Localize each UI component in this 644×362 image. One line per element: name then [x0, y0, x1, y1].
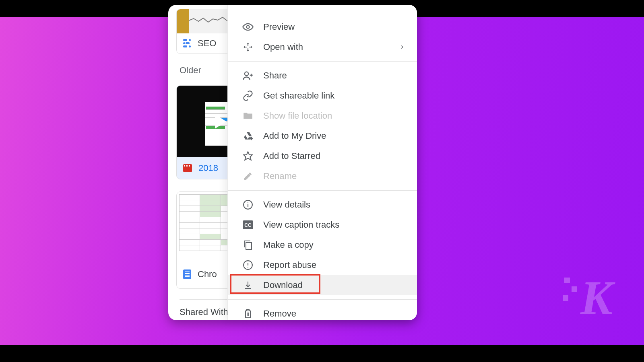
- movie-icon: [183, 164, 192, 172]
- star-icon: [242, 150, 254, 162]
- letterbox-bottom: [0, 345, 644, 362]
- svg-rect-5: [251, 137, 252, 140]
- person-add-icon: [242, 70, 254, 81]
- alert-icon: [242, 259, 254, 271]
- datastudio-icon: [183, 39, 192, 48]
- menu-label: Get shareable link: [263, 90, 334, 101]
- menu-caption-tracks[interactable]: CC View caption tracks: [228, 215, 417, 235]
- info-icon: [242, 199, 254, 210]
- svg-marker-6: [244, 152, 252, 160]
- eye-icon: [242, 21, 254, 33]
- menu-label: Download: [263, 280, 303, 290]
- menu-label: View details: [263, 200, 310, 210]
- open-with-icon: [242, 41, 254, 53]
- menu-label: Remove: [263, 309, 296, 319]
- pencil-icon: [242, 171, 254, 182]
- play-icon: [215, 114, 226, 129]
- menu-label: Rename: [263, 171, 297, 181]
- cc-icon: CC: [242, 219, 254, 230]
- menu-view-details[interactable]: View details: [228, 195, 417, 215]
- menu-label: Make a copy: [263, 240, 314, 250]
- svg-point-9: [248, 202, 248, 203]
- menu-share[interactable]: Share: [228, 66, 417, 86]
- menu-download[interactable]: Download: [228, 275, 417, 295]
- menu-show-location: Show file location: [228, 106, 417, 126]
- file-title: Chro: [198, 269, 217, 280]
- menu-add-drive[interactable]: Add to My Drive: [228, 126, 417, 146]
- menu-open-with[interactable]: Open with: [228, 37, 417, 57]
- folder-icon: [242, 110, 254, 121]
- context-menu: Preview Open with Share Get shareable li…: [227, 5, 417, 320]
- svg-text:CC: CC: [244, 222, 252, 228]
- download-icon: [242, 280, 254, 291]
- menu-separator: [228, 190, 417, 191]
- menu-preview[interactable]: Preview: [228, 17, 417, 37]
- menu-label: View caption tracks: [263, 220, 339, 230]
- svg-point-1: [245, 72, 248, 76]
- menu-make-copy[interactable]: Make a copy: [228, 235, 417, 255]
- link-icon: [242, 90, 254, 101]
- menu-label: Add to Starred: [263, 151, 320, 161]
- svg-rect-18: [246, 311, 250, 318]
- svg-point-15: [248, 267, 248, 267]
- menu-label: Report abuse: [263, 260, 316, 270]
- menu-label: Add to My Drive: [263, 131, 326, 141]
- menu-rename: Rename: [228, 166, 417, 186]
- chevron-right-icon: [399, 44, 405, 50]
- menu-separator: [228, 299, 417, 300]
- svg-point-0: [247, 26, 250, 29]
- docs-icon: [183, 269, 191, 279]
- menu-label: Share: [263, 70, 287, 81]
- file-title: 2018: [198, 163, 218, 173]
- copy-icon: [242, 239, 254, 251]
- menu-label: Preview: [263, 22, 295, 32]
- watermark-logo: K: [580, 270, 610, 326]
- menu-report-abuse[interactable]: Report abuse: [228, 255, 417, 275]
- file-title: SEO: [198, 38, 216, 49]
- menu-add-starred[interactable]: Add to Starred: [228, 146, 417, 166]
- svg-rect-12: [246, 243, 252, 249]
- menu-get-link[interactable]: Get shareable link: [228, 86, 417, 106]
- trash-icon: [242, 308, 254, 319]
- menu-label: Open with: [263, 42, 303, 52]
- menu-remove[interactable]: Remove: [228, 304, 417, 324]
- menu-separator: [228, 61, 417, 62]
- drive-add-icon: [242, 130, 254, 142]
- menu-label: Show file location: [263, 111, 332, 121]
